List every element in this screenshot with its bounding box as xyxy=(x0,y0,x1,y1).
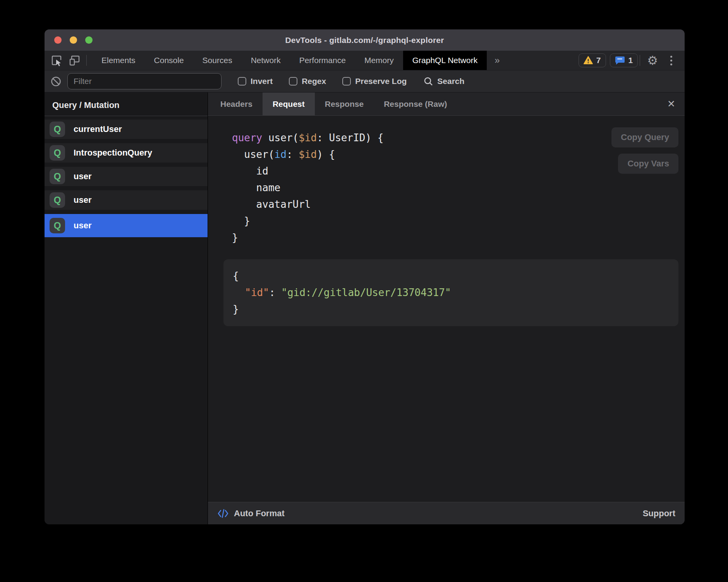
preserve-log-label: Preserve Log xyxy=(355,77,407,86)
query-type-icon: Q xyxy=(50,145,65,161)
graphql-query-code: query user($id: UserID) { user(id: $id) … xyxy=(223,130,678,246)
window-title: DevTools - gitlab.com/-/graphql-explorer xyxy=(285,36,444,45)
search-label: Search xyxy=(437,77,464,86)
request-panel: query user($id: UserID) { user(id: $id) … xyxy=(208,116,685,502)
tab-performance[interactable]: Performance xyxy=(290,51,355,70)
filter-bar: Invert Regex Preserve Log Search xyxy=(45,70,685,92)
query-list-sidebar: Query / Mutation Q currentUser Q Introsp… xyxy=(45,92,208,524)
query-list-item[interactable]: Q currentUser xyxy=(45,120,208,139)
device-toolbar-icon[interactable] xyxy=(69,55,80,66)
query-type-icon: Q xyxy=(50,192,65,208)
tab-graphql-network[interactable]: GraphQL Network xyxy=(403,51,487,70)
preserve-log-checkbox-group[interactable]: Preserve Log xyxy=(342,77,407,86)
settings-gear-icon[interactable]: ⚙ xyxy=(643,55,662,67)
invert-checkbox[interactable] xyxy=(238,77,246,86)
support-link[interactable]: Support xyxy=(643,508,675,519)
traffic-lights xyxy=(54,29,93,51)
invert-label: Invert xyxy=(251,77,273,86)
tab-response-raw[interactable]: Response (Raw) xyxy=(374,92,457,115)
copy-vars-button[interactable]: Copy Vars xyxy=(618,154,678,174)
panel-footer: Auto Format Support xyxy=(208,502,685,524)
search-icon xyxy=(424,77,433,86)
tab-response[interactable]: Response xyxy=(315,92,374,115)
regex-label: Regex xyxy=(302,77,326,86)
query-list-item[interactable]: Q user xyxy=(45,167,208,186)
preserve-log-checkbox[interactable] xyxy=(342,77,351,86)
tab-headers[interactable]: Headers xyxy=(210,92,263,115)
title-bar: DevTools - gitlab.com/-/graphql-explorer xyxy=(45,29,685,51)
search-button[interactable]: Search xyxy=(424,77,464,86)
warnings-count: 7 xyxy=(596,56,601,65)
message-bubble-icon xyxy=(615,56,625,65)
more-options-icon[interactable] xyxy=(665,56,678,65)
devtools-window: DevTools - gitlab.com/-/graphql-explorer… xyxy=(45,29,685,524)
tab-memory[interactable]: Memory xyxy=(355,51,403,70)
tab-sources[interactable]: Sources xyxy=(193,51,242,70)
sidebar-header: Query / Mutation xyxy=(45,92,208,116)
filter-input[interactable] xyxy=(67,73,221,89)
toolbar-divider xyxy=(86,55,87,66)
devtools-tab-bar: Elements Console Sources Network Perform… xyxy=(45,51,685,70)
issues-count: 1 xyxy=(628,56,633,65)
invert-checkbox-group[interactable]: Invert xyxy=(238,77,273,86)
regex-checkbox[interactable] xyxy=(289,77,297,86)
toolbar-divider xyxy=(640,55,640,66)
tab-request[interactable]: Request xyxy=(263,92,315,115)
query-type-icon: Q xyxy=(50,169,65,184)
inspect-element-icon[interactable] xyxy=(51,55,62,66)
query-variables-box: { "id": "gid://gitlab/User/13704317"} xyxy=(223,259,678,326)
tab-elements[interactable]: Elements xyxy=(92,51,145,70)
more-tabs-chevron-icon[interactable]: » xyxy=(487,51,507,70)
close-panel-icon[interactable]: ✕ xyxy=(658,92,685,115)
close-window-button[interactable] xyxy=(54,36,62,44)
block-requests-icon[interactable] xyxy=(51,76,61,87)
query-type-icon: Q xyxy=(50,218,65,233)
regex-checkbox-group[interactable]: Regex xyxy=(289,77,326,86)
tab-console[interactable]: Console xyxy=(145,51,193,70)
warnings-badge[interactable]: 7 xyxy=(579,53,606,67)
minimize-window-button[interactable] xyxy=(70,36,77,44)
copy-query-button[interactable]: Copy Query xyxy=(611,127,678,147)
query-list-item-selected[interactable]: Q user xyxy=(45,214,208,237)
auto-format-button[interactable]: Auto Format xyxy=(234,508,285,519)
query-type-icon: Q xyxy=(50,122,65,137)
warning-triangle-icon xyxy=(584,56,593,65)
detail-tab-bar: Headers Request Response Response (Raw) … xyxy=(208,92,685,116)
query-list-item[interactable]: Q IntrospectionQuery xyxy=(45,143,208,163)
tab-network[interactable]: Network xyxy=(242,51,290,70)
zoom-window-button[interactable] xyxy=(85,36,93,44)
issues-badge[interactable]: 1 xyxy=(610,53,638,67)
query-list-item[interactable]: Q user xyxy=(45,190,208,210)
code-brackets-icon xyxy=(217,508,229,519)
